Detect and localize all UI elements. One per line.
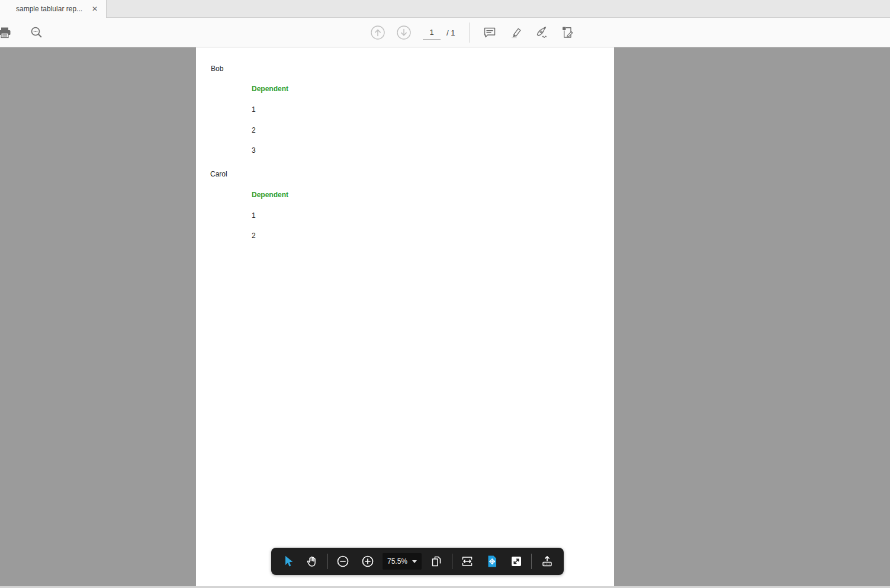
highlight-button[interactable] bbox=[505, 21, 526, 44]
row-value: 1 bbox=[252, 211, 256, 220]
row-value: 3 bbox=[252, 146, 256, 155]
previous-page-icon bbox=[370, 25, 385, 40]
fullscreen-icon bbox=[509, 554, 523, 568]
comment-button[interactable] bbox=[479, 21, 500, 44]
zoom-out-button[interactable] bbox=[333, 551, 352, 571]
hud-divider bbox=[452, 554, 452, 569]
hud-divider bbox=[327, 554, 328, 569]
highlight-icon bbox=[509, 25, 523, 40]
column-header: Dependent bbox=[252, 85, 288, 93]
document-canvas[interactable]: Bob Dependent 1 2 3 Carol Dependent 1 2 bbox=[0, 48, 890, 588]
zoom-level-dropdown[interactable]: 75.5% bbox=[383, 553, 422, 570]
comment-icon bbox=[483, 25, 497, 40]
toolbar-left-group bbox=[0, 18, 47, 47]
main-toolbar: / 1 bbox=[0, 18, 890, 47]
page-controls-hud: 75.5% bbox=[271, 548, 564, 575]
hand-tool-icon bbox=[305, 554, 319, 568]
find-button[interactable] bbox=[26, 21, 47, 44]
next-page-icon bbox=[396, 25, 412, 40]
tab-title: sample tablular rep... bbox=[16, 5, 82, 13]
find-icon bbox=[30, 25, 44, 40]
hud-divider bbox=[531, 554, 532, 569]
fill-sign-button[interactable] bbox=[531, 21, 552, 44]
dock-toolbar-icon bbox=[540, 554, 554, 568]
select-tool-button[interactable] bbox=[278, 551, 297, 571]
page-thumbnails-icon bbox=[429, 554, 444, 568]
edit-pdf-icon bbox=[561, 25, 575, 40]
edit-pdf-button[interactable] bbox=[557, 21, 579, 44]
page-thumbnails-button[interactable] bbox=[427, 551, 446, 571]
row-value: 1 bbox=[252, 105, 256, 114]
page-count-label: / 1 bbox=[446, 28, 455, 37]
fill-sign-icon bbox=[535, 25, 549, 40]
toolbar-center-group: / 1 bbox=[367, 18, 579, 47]
zoom-in-button[interactable] bbox=[358, 551, 377, 571]
zoom-out-icon bbox=[336, 554, 350, 568]
print-button[interactable] bbox=[0, 21, 15, 44]
row-value: 2 bbox=[252, 126, 256, 134]
column-header: Dependent bbox=[252, 191, 288, 199]
zoom-in-icon bbox=[361, 554, 375, 568]
tab-bar: sample tablular rep... ✕ bbox=[0, 0, 890, 18]
previous-page-button[interactable] bbox=[367, 21, 388, 44]
document-tab[interactable]: sample tablular rep... ✕ bbox=[0, 0, 107, 18]
fit-page-button[interactable] bbox=[483, 551, 502, 571]
fit-width-icon bbox=[460, 554, 474, 568]
group-name: Bob bbox=[211, 65, 223, 73]
fullscreen-button[interactable] bbox=[507, 551, 526, 571]
toolbar-divider bbox=[469, 23, 470, 43]
group-name: Carol bbox=[210, 170, 227, 178]
tab-close-icon[interactable]: ✕ bbox=[91, 4, 99, 14]
row-value: 2 bbox=[252, 232, 256, 240]
chevron-down-icon bbox=[412, 560, 417, 563]
page-number-input[interactable] bbox=[423, 25, 441, 40]
fit-width-button[interactable] bbox=[458, 551, 477, 571]
hand-tool-button[interactable] bbox=[303, 551, 322, 571]
next-page-button[interactable] bbox=[393, 21, 415, 44]
pdf-page[interactable]: Bob Dependent 1 2 3 Carol Dependent 1 2 bbox=[196, 47, 614, 588]
zoom-level-value: 75.5% bbox=[387, 557, 407, 565]
dock-toolbar-button[interactable] bbox=[538, 551, 557, 571]
fit-page-icon bbox=[485, 554, 499, 568]
print-icon bbox=[0, 26, 11, 39]
select-tool-icon bbox=[281, 554, 295, 568]
